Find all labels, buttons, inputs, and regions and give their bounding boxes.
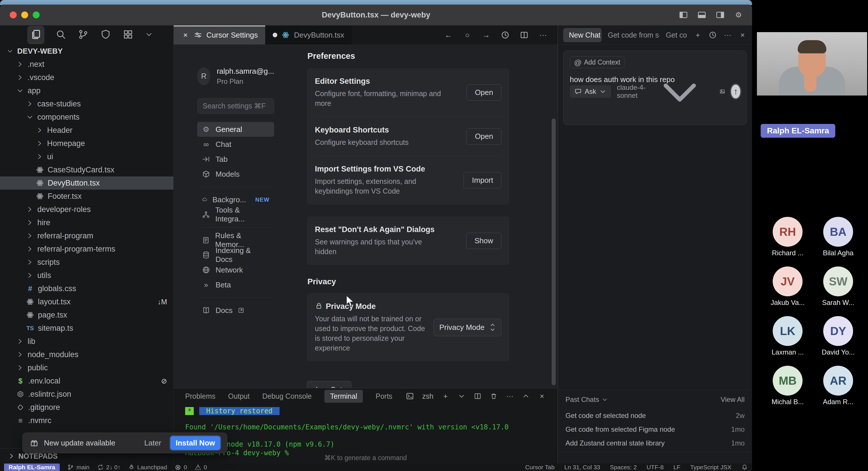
status-main[interactable]: main: [67, 464, 90, 471]
file-layout.tsx[interactable]: layout.tsx↓M: [0, 295, 174, 308]
split-icon[interactable]: [474, 392, 482, 400]
privacy-mode-select[interactable]: Privacy Mode: [433, 319, 502, 336]
status-0[interactable]: ⊗0: [175, 464, 187, 471]
settings-nav-indexingdocs[interactable]: Indexing & Docs: [197, 247, 274, 263]
import-button[interactable]: Import: [464, 172, 501, 189]
folder-.vscode[interactable]: .vscode: [0, 71, 174, 84]
split-editor-icon[interactable]: [520, 30, 529, 40]
folder-.next[interactable]: .next: [0, 58, 174, 71]
nav-back-icon[interactable]: ←: [444, 30, 453, 40]
status-2-0-[interactable]: 2↓ 0↑: [97, 464, 121, 471]
settings-nav-beta[interactable]: »Beta: [197, 277, 274, 292]
open-button[interactable]: Open: [466, 84, 501, 101]
settings-nav-backgro[interactable]: Backgro...NEW: [197, 192, 274, 207]
activity-chevron-down[interactable]: [145, 30, 153, 40]
chevron-up-icon[interactable]: [522, 392, 530, 400]
file-.gitignore[interactable]: .gitignore: [0, 401, 174, 414]
folder-Homepage[interactable]: Homepage: [0, 137, 174, 150]
participant-ar[interactable]: ARAdam R...: [813, 366, 863, 415]
participant-rh[interactable]: RHRichard ...: [763, 217, 813, 267]
folder-lib[interactable]: lib: [0, 335, 174, 348]
settings-nav-general[interactable]: ⚙General: [197, 122, 274, 137]
panel-tab-terminal[interactable]: Terminal: [324, 390, 363, 403]
gear-icon[interactable]: ⚙: [734, 10, 743, 20]
panel-tab-ports[interactable]: Ports: [375, 392, 392, 400]
panel-right-icon[interactable]: [715, 10, 725, 20]
zoom-window-button[interactable]: [33, 11, 40, 19]
close-icon[interactable]: ×: [538, 392, 546, 400]
settings-nav-network[interactable]: Network: [197, 263, 274, 277]
activity-files[interactable]: [28, 26, 44, 44]
past-chat-item[interactable]: Add Zustand central state library1mo: [565, 436, 745, 450]
past-chats-heading[interactable]: Past Chats: [565, 396, 599, 404]
folder-hire[interactable]: hire: [0, 216, 174, 229]
install-now-button[interactable]: Install Now: [170, 436, 220, 450]
tab-devybutton[interactable]: DevyButton.tsx: [265, 26, 352, 44]
folder-ui[interactable]: ui: [0, 150, 174, 163]
more-actions-icon[interactable]: ···: [538, 30, 548, 40]
new-chat-icon[interactable]: +: [693, 31, 702, 39]
file-page.tsx[interactable]: page.tsx: [0, 308, 174, 322]
file-.nvmrc[interactable]: ≡.nvmrc: [0, 414, 174, 427]
close-chat-icon[interactable]: ×: [738, 31, 747, 39]
close-window-button[interactable]: [10, 11, 17, 19]
participant-sw[interactable]: SWSarah W...: [813, 267, 863, 316]
trash-icon[interactable]: [490, 392, 498, 400]
folder-scripts[interactable]: scripts: [0, 256, 174, 269]
view-all-link[interactable]: View All: [720, 396, 745, 404]
settings-search-input[interactable]: Search settings ⌘F: [197, 98, 274, 114]
shell-label[interactable]: zsh: [422, 392, 433, 400]
status-ralph-el-samra[interactable]: Ralph EL-Samra: [4, 464, 60, 471]
status-ln-31-col-33[interactable]: Ln 31, Col 33: [564, 464, 600, 471]
past-chat-item[interactable]: Get code of selected node2w: [565, 409, 745, 423]
model-selector[interactable]: claude-4-sonnet: [617, 63, 708, 120]
folder-node_modules[interactable]: node_modules: [0, 348, 174, 361]
file-.env.local[interactable]: $.env.local⊘: [0, 374, 174, 388]
status-launchpad[interactable]: Launchpad: [128, 464, 167, 471]
file-CaseStudyCard.tsx[interactable]: CaseStudyCard.tsx: [0, 163, 174, 176]
open-button[interactable]: Open: [466, 128, 501, 144]
chevron-down-icon[interactable]: [458, 392, 466, 400]
file-Footer.tsx[interactable]: Footer.tsx: [0, 190, 174, 203]
status-lf[interactable]: LF: [673, 464, 681, 471]
send-button[interactable]: ↑: [731, 85, 740, 98]
later-button[interactable]: Later: [140, 437, 165, 449]
bell-icon[interactable]: [741, 464, 748, 471]
settings-nav-chat[interactable]: ∞Chat: [197, 137, 274, 152]
close-icon[interactable]: ×: [181, 31, 190, 39]
plus-icon[interactable]: +: [441, 392, 450, 400]
file-globals.css[interactable]: #globals.css: [0, 282, 174, 295]
participant-ba[interactable]: BABilal Agha: [813, 217, 863, 267]
status-utf-8[interactable]: UTF-8: [646, 464, 663, 471]
status-0[interactable]: ⚠0: [195, 464, 207, 471]
file-DevyButton.tsx[interactable]: DevyButton.tsx: [0, 176, 174, 190]
folder-components[interactable]: components: [0, 110, 174, 124]
file-sitemap.ts[interactable]: TSsitemap.ts: [0, 322, 174, 335]
timeline-icon[interactable]: [501, 30, 510, 40]
folder-public[interactable]: public: [0, 361, 174, 374]
participant-lk[interactable]: LKLaxman ...: [763, 316, 813, 366]
folder-referral-program[interactable]: referral-program: [0, 229, 174, 242]
participant-jv[interactable]: JVJakub Va...: [763, 267, 813, 316]
activity-grid[interactable]: [122, 29, 134, 41]
nav-forward-icon[interactable]: →: [482, 30, 491, 40]
chat-tab-get-code-from-sele[interactable]: Get code from sele: [608, 31, 660, 39]
panel-left-icon[interactable]: [679, 10, 688, 20]
folder-app[interactable]: app: [0, 84, 174, 97]
more-icon[interactable]: ···: [506, 392, 514, 400]
terminal-output[interactable]: * History restored Found '/Users/home/Do…: [174, 404, 557, 460]
settings-nav-tab[interactable]: Tab: [197, 152, 274, 167]
chat-tab-get-cod[interactable]: Get cod: [665, 31, 687, 39]
status-typescript-jsx[interactable]: TypeScript JSX: [690, 464, 732, 471]
participant-mb[interactable]: MBMichal B...: [763, 366, 813, 415]
attach-image-icon[interactable]: [719, 87, 725, 96]
settings-scrollbar[interactable]: [552, 119, 556, 385]
status-cursor-tab[interactable]: Cursor Tab: [525, 464, 555, 471]
panel-tab-output[interactable]: Output: [228, 392, 250, 400]
settings-nav-docs[interactable]: Docs: [197, 303, 274, 318]
chat-more-icon[interactable]: ···: [723, 31, 732, 39]
folder-Header[interactable]: Header: [0, 124, 174, 137]
folder-developer-roles[interactable]: developer-roles: [0, 203, 174, 216]
nav-dot-icon[interactable]: ○: [463, 30, 472, 40]
explorer-root[interactable]: DEVY-WEBY: [0, 44, 174, 58]
